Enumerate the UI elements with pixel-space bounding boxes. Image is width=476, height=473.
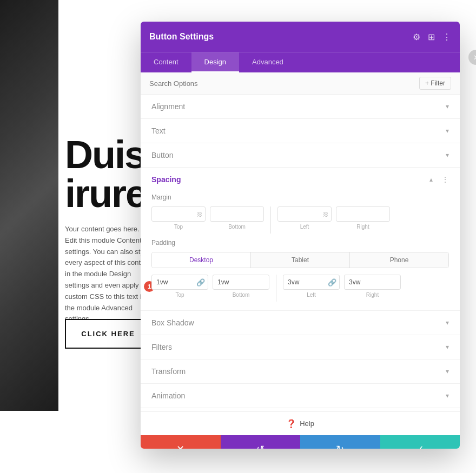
margin-top-label: Top xyxy=(174,224,183,230)
margin-bottom-input[interactable] xyxy=(210,206,264,222)
animation-header[interactable]: Animation ▾ xyxy=(141,384,460,408)
padding-top-label: Top xyxy=(175,292,184,298)
padding-left-link-icon: 🔗 xyxy=(328,278,336,287)
padding-divider xyxy=(276,275,276,302)
filter-button[interactable]: + Filter xyxy=(419,77,451,90)
undo-button[interactable]: ↺ xyxy=(221,435,301,449)
help-text: Help xyxy=(300,419,314,428)
tab-design[interactable]: Design xyxy=(191,52,239,72)
transform-chevron: ▾ xyxy=(446,368,449,375)
section-box-shadow: Box Shadow ▾ xyxy=(141,311,460,335)
alignment-header[interactable]: Alignment ▾ xyxy=(141,95,460,118)
button-title: Button xyxy=(151,151,173,159)
spacing-more-icon[interactable]: ⋮ xyxy=(441,175,449,184)
box-shadow-chevron: ▾ xyxy=(446,319,449,327)
padding-left-right: 🔗 Left Right xyxy=(283,275,401,298)
box-shadow-title: Box Shadow xyxy=(151,318,194,327)
section-filters: Filters ▾ xyxy=(141,335,460,359)
margin-left-label: Left xyxy=(300,224,309,230)
page-body-text: Your content goes here. Edit this module… xyxy=(65,224,151,325)
panel-header: Button Settings ⚙ ⊞ ⋮ xyxy=(141,22,460,52)
alignment-title: Alignment xyxy=(151,102,185,111)
tab-advanced[interactable]: Advanced xyxy=(239,52,296,72)
margin-divider xyxy=(270,206,271,234)
padding-label: Padding xyxy=(151,239,449,247)
filters-chevron: ▾ xyxy=(446,343,449,351)
panel-title: Button Settings xyxy=(149,32,214,42)
text-title: Text xyxy=(151,126,166,135)
device-tab-tablet[interactable]: Tablet xyxy=(251,252,350,268)
margin-bottom-label: Bottom xyxy=(228,224,246,230)
padding-top-link-icon: 🔗 xyxy=(196,278,205,287)
margin-bottom-input-wrapper xyxy=(210,206,264,222)
section-button: Button ▾ xyxy=(141,143,460,168)
help-bar: ❓ Help xyxy=(141,411,460,435)
box-shadow-header[interactable]: Box Shadow ▾ xyxy=(141,311,460,335)
search-input[interactable] xyxy=(149,79,312,88)
margin-left-right: ⛓ Left Right xyxy=(277,206,390,230)
margin-inputs: ⛓ Top Bottom xyxy=(151,206,449,234)
tab-content[interactable]: Content xyxy=(141,52,191,72)
padding-top-wrapper: 1 🔗 Top xyxy=(151,275,208,298)
margin-left-link-icon: ⛓ xyxy=(323,211,328,217)
section-text: Text ▾ xyxy=(141,119,460,143)
animation-chevron: ▾ xyxy=(446,392,449,399)
redo-button[interactable]: ↻ xyxy=(300,435,380,449)
animation-title: Animation xyxy=(151,391,185,400)
settings-icon[interactable]: ⚙ xyxy=(413,32,420,42)
more-icon[interactable]: ⋮ xyxy=(442,32,451,42)
padding-right-group: Right xyxy=(344,275,401,298)
spacing-chevron: ▴ xyxy=(429,176,433,183)
page-heading: Duis irure xyxy=(65,135,151,213)
padding-top-input-wrapper: 🔗 xyxy=(151,275,208,290)
filters-title: Filters xyxy=(151,343,172,351)
margin-top-input-wrapper: ⛓ xyxy=(151,206,206,222)
help-icon: ❓ xyxy=(286,419,296,429)
padding-device-tabs: Desktop Tablet Phone xyxy=(151,252,449,268)
margin-right-label: Right xyxy=(356,224,369,230)
device-tab-desktop[interactable]: Desktop xyxy=(152,252,251,268)
section-alignment: Alignment ▾ xyxy=(141,95,460,119)
section-spacing: Spacing ▴ ⋮ Margin ⛓ xyxy=(141,168,460,311)
alignment-chevron: ▾ xyxy=(446,103,449,110)
padding-right-label: Right xyxy=(366,292,379,298)
margin-left-input-wrapper: ⛓ xyxy=(277,206,332,222)
margin-section: Margin ⛓ Top xyxy=(141,194,460,310)
header-icons: ⚙ ⊞ ⋮ xyxy=(413,32,451,42)
padding-bottom-input-wrapper xyxy=(213,275,269,290)
padding-left-group: 🔗 Left xyxy=(283,275,340,298)
panel-tabs: Content Design Advanced xyxy=(141,52,460,72)
device-tab-phone[interactable]: Phone xyxy=(350,252,448,268)
transform-header[interactable]: Transform ▾ xyxy=(141,359,460,383)
transform-title: Transform xyxy=(151,367,186,376)
cancel-button[interactable]: ✕ xyxy=(141,435,221,449)
padding-left-input-wrapper: 🔗 xyxy=(283,275,340,290)
click-here-button[interactable]: CLICK HERE xyxy=(65,319,151,349)
padding-top-group: 🔗 Top xyxy=(151,275,208,298)
button-header[interactable]: Button ▾ xyxy=(141,143,460,167)
page-image xyxy=(0,0,58,411)
section-animation: Animation ▾ xyxy=(141,384,460,408)
text-header[interactable]: Text ▾ xyxy=(141,119,460,143)
margin-left-group: ⛓ Left xyxy=(277,206,332,230)
margin-top-link-icon: ⛓ xyxy=(197,211,202,217)
margin-top-bottom: ⛓ Top Bottom xyxy=(151,206,264,230)
panel-body: Alignment ▾ Text ▾ Button ▾ Spacing ▴ xyxy=(141,95,460,411)
filters-header[interactable]: Filters ▾ xyxy=(141,335,460,359)
padding-bottom-input[interactable] xyxy=(213,275,269,290)
margin-right-group: Right xyxy=(336,206,390,230)
confirm-button[interactable]: ✓ xyxy=(380,435,460,449)
button-chevron: ▾ xyxy=(446,151,449,159)
margin-right-input-wrapper xyxy=(336,206,390,222)
padding-bottom-group: Bottom xyxy=(213,275,269,298)
padding-left-label: Left xyxy=(307,292,316,298)
margin-right-input[interactable] xyxy=(336,206,390,222)
section-transform: Transform ▾ xyxy=(141,359,460,384)
layout-icon[interactable]: ⊞ xyxy=(428,32,435,42)
margin-bottom-group: Bottom xyxy=(210,206,264,230)
text-chevron: ▾ xyxy=(446,127,449,135)
spacing-title: Spacing xyxy=(151,175,181,184)
padding-right-input[interactable] xyxy=(344,275,401,290)
padding-inputs: 1 🔗 Top xyxy=(151,275,449,302)
spacing-header[interactable]: Spacing ▴ ⋮ xyxy=(141,168,460,191)
